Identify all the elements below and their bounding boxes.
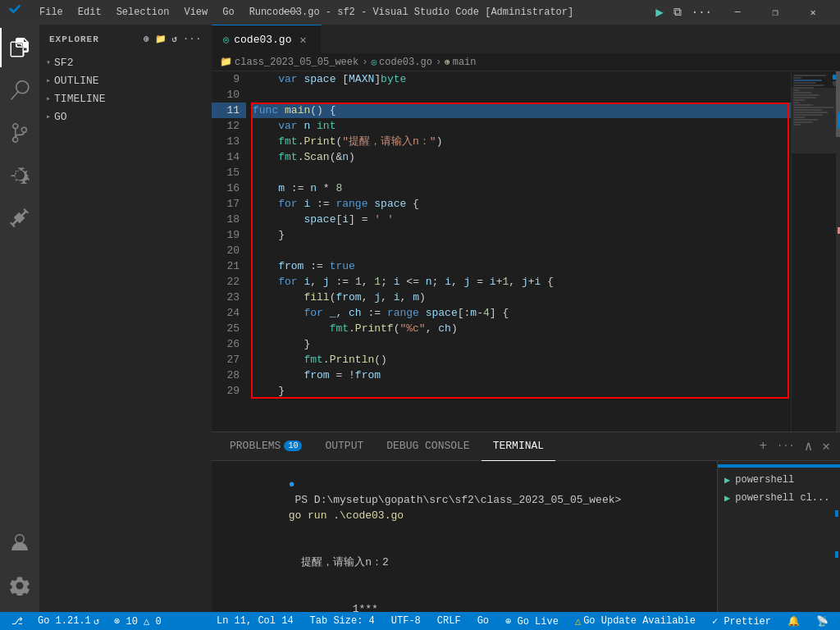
activity-settings[interactable] (0, 566, 39, 605)
terminal-instance-2[interactable]: ▶ powershell cl... (718, 489, 840, 507)
line-num-21: 21 (212, 258, 246, 274)
status-go-live[interactable]: ⊕ Go Live (500, 612, 564, 630)
code-line-26: } (253, 336, 791, 352)
code-line-19: } (253, 227, 791, 243)
status-line-col-label: Ln 11, Col 14 (217, 615, 294, 627)
close-button[interactable]: ✕ (794, 0, 832, 25)
new-terminal-button[interactable]: + (756, 437, 771, 455)
line-num-17: 17 (212, 196, 246, 212)
close-panel-button[interactable]: ✕ (819, 436, 833, 456)
maximize-panel-button[interactable]: ∧ (801, 436, 816, 456)
git-branch-icon: ⎇ (11, 615, 23, 628)
tab-problems[interactable]: PROBLEMS 10 (218, 432, 313, 461)
marker-blue-2 (835, 551, 838, 558)
status-language[interactable]: Go (472, 612, 494, 630)
menu-go[interactable]: Go (216, 5, 240, 20)
marker-blue-1 (835, 510, 838, 517)
sidebar-item-timeline[interactable]: ▸ TIMELINE (39, 89, 212, 107)
status-errors-label: ⊗ 10 △ 0 (114, 615, 162, 628)
code-line-14: fmt.Scan(&n) (253, 149, 791, 165)
status-errors[interactable]: ⊗ 10 △ 0 (109, 612, 167, 630)
breadcrumb-file[interactable]: ◎ code03.go (371, 57, 431, 68)
more-actions-button[interactable]: ··· (688, 6, 715, 19)
line-num-29: 29 (212, 383, 246, 399)
sidebar-section-go: ▸ GO (39, 107, 212, 126)
new-folder-icon[interactable]: 📁 (155, 34, 167, 44)
minimap-line (793, 77, 801, 79)
tab-close-button[interactable]: ✕ (296, 33, 309, 46)
menu-file[interactable]: File (33, 5, 70, 20)
status-encoding[interactable]: UTF-8 (386, 612, 426, 630)
code-line-22: for i, j := 1, 1; i <= n; i, j = i+1, j+… (253, 274, 791, 290)
minimap-line (793, 80, 822, 81)
sidebar-item-outline[interactable]: ▸ OUTLINE (39, 71, 212, 89)
status-line-col[interactable]: Ln 11, Col 14 (212, 612, 299, 630)
sidebar-item-go[interactable]: ▸ GO (39, 107, 212, 126)
code-line-18: space[i] = ' ' (253, 212, 791, 227)
sidebar-item-sf2[interactable]: ▾ SF2 (39, 53, 212, 71)
maximize-button[interactable]: ❐ (756, 0, 794, 25)
line-num-9: 9 (212, 71, 246, 87)
titlebar-right: ▶ ⧉ ··· ─ ❐ ✕ (652, 0, 832, 25)
refresh-icon[interactable]: ↺ (172, 34, 179, 44)
terminal-main[interactable]: ● PS D:\mysetup\gopath\src\sf2\class_202… (212, 461, 717, 612)
minimize-button[interactable]: ─ (719, 0, 756, 25)
status-notifications[interactable]: 🔔 (783, 612, 805, 630)
status-prettier[interactable]: ✓ Prettier (707, 612, 776, 630)
tab-output-label: OUTPUT (325, 440, 363, 452)
status-broadcast[interactable]: 📡 (811, 612, 833, 630)
breadcrumb-folder[interactable]: 📁 class_2023_05_05_week (220, 56, 358, 68)
status-line-ending[interactable]: CRLF (432, 612, 466, 630)
status-go-version[interactable]: Go 1.21.1 ↺ (33, 612, 104, 630)
bell-icon: 🔔 (788, 615, 800, 628)
minimap-line (793, 84, 824, 86)
activity-bottom (0, 523, 39, 605)
sidebar-section-sf2: ▾ SF2 (39, 53, 212, 71)
line-num-11: 11 (212, 103, 246, 118)
code-line-25: fmt.Printf("%c", ch) (253, 321, 791, 336)
activity-explorer[interactable] (0, 28, 39, 67)
new-file-icon[interactable]: ⊕ (144, 34, 150, 44)
status-line-ending-label: CRLF (437, 615, 461, 627)
minimap[interactable] (791, 71, 840, 431)
breadcrumb-func[interactable]: ⊕ main (445, 57, 476, 68)
terminal-instance-1[interactable]: ▶ powershell (718, 471, 840, 489)
activity-search[interactable] (0, 71, 39, 110)
collapse-all-icon[interactable]: ··· (183, 34, 202, 44)
line-numbers: 9 10 11 12 13 14 15 16 17 18 19 20 21 22… (212, 71, 253, 431)
activity-scm[interactable] (0, 113, 39, 153)
status-git[interactable]: ⎇ (7, 612, 28, 630)
code-line-23: fill(from, j, i, m) (253, 290, 791, 305)
activity-extensions[interactable] (0, 199, 39, 238)
code-line-17: for i := range space { (253, 196, 791, 212)
code-editor[interactable]: 9 10 11 12 13 14 15 16 17 18 19 20 21 22… (212, 71, 840, 431)
panel-tabs-right: + ··· ∧ ✕ (756, 436, 834, 456)
line-num-12: 12 (212, 118, 246, 134)
menu-selection[interactable]: Selection (110, 5, 176, 20)
activity-debug[interactable] (0, 156, 39, 195)
tab-output[interactable]: OUTPUT (313, 432, 375, 461)
tab-debug-console[interactable]: DEBUG CONSOLE (375, 432, 481, 461)
terminal-panel: PROBLEMS 10 OUTPUT DEBUG CONSOLE TERMINA… (212, 431, 840, 612)
menu-edit[interactable]: Edit (71, 5, 108, 20)
menu-view[interactable]: View (177, 5, 214, 20)
sidebar-item-label: SF2 (54, 57, 73, 69)
split-terminal-button[interactable]: ··· (774, 439, 798, 454)
minimap-scrollbar-track (836, 71, 840, 431)
sidebar: EXPLORER ⊕ 📁 ↺ ··· ▾ SF2 ▸ OUTLINE ▸ TIM (39, 25, 212, 612)
line-num-25: 25 (212, 321, 246, 336)
activity-account[interactable] (0, 523, 39, 563)
code-content[interactable]: var space [MAXN]byte func main() { var n… (253, 71, 791, 431)
status-tab-size[interactable]: Tab Size: 4 (305, 612, 380, 630)
tab-code03[interactable]: ◎ code03.go ✕ (212, 25, 322, 53)
breadcrumb-folder-label: class_2023_05_05_week (235, 57, 358, 68)
layout-button[interactable]: ⧉ (670, 6, 685, 19)
tab-terminal[interactable]: TERMINAL (482, 432, 555, 461)
status-go-update[interactable]: △ Go Update Available (570, 612, 701, 630)
sidebar-header-actions: ⊕ 📁 ↺ ··· (144, 34, 202, 44)
terminal-sidebar-markers (833, 507, 840, 561)
status-encoding-label: UTF-8 (391, 615, 421, 627)
run-button[interactable]: ▶ (652, 4, 667, 21)
terminal-instance-label-2: powershell cl... (735, 492, 829, 504)
code-line-15 (253, 165, 791, 180)
